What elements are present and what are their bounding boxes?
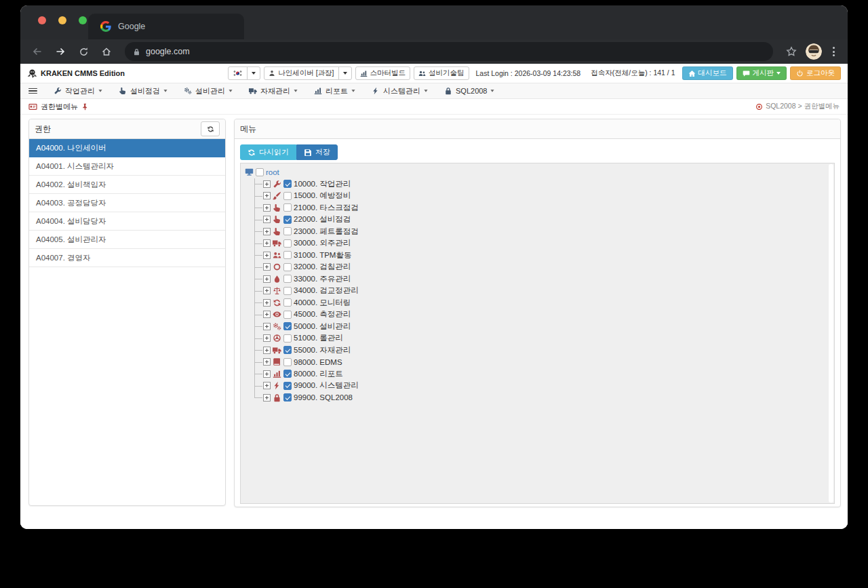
node-label[interactable]: 32000. 검침관리 bbox=[294, 262, 351, 272]
tree-node[interactable]: 99000. 시스템관리 bbox=[254, 380, 834, 392]
node-checkbox[interactable] bbox=[283, 298, 292, 307]
save-button[interactable]: 저장 bbox=[296, 144, 338, 160]
tree-node[interactable]: 51000. 롤관리 bbox=[254, 332, 834, 345]
node-checkbox[interactable] bbox=[283, 393, 292, 401]
node-checkbox[interactable] bbox=[283, 311, 292, 319]
expand-icon[interactable] bbox=[263, 358, 271, 366]
tree-node[interactable]: 31000. TPM활동 bbox=[254, 250, 834, 262]
expand-icon[interactable] bbox=[263, 252, 271, 259]
tree-scrollbar[interactable] bbox=[829, 164, 833, 503]
tree-node[interactable]: 34000. 검교정관리 bbox=[254, 285, 834, 297]
node-checkbox[interactable] bbox=[283, 239, 292, 248]
role-item[interactable]: A04001. 시스템관리자 bbox=[29, 157, 225, 176]
expand-icon[interactable] bbox=[263, 287, 271, 294]
browser-menu-button[interactable] bbox=[827, 47, 840, 56]
node-label[interactable]: 45000. 측정관리 bbox=[294, 309, 351, 319]
quick-button[interactable]: 스마터빌드 bbox=[355, 66, 411, 80]
role-item[interactable]: A04007. 경영자 bbox=[29, 249, 225, 267]
node-checkbox[interactable] bbox=[283, 322, 292, 330]
nav-item[interactable]: 리포트 bbox=[314, 86, 355, 96]
node-label[interactable]: 30000. 외주관리 bbox=[294, 238, 351, 248]
node-checkbox[interactable] bbox=[283, 370, 292, 378]
language-flag-button[interactable] bbox=[228, 66, 248, 80]
reload-tree-button[interactable]: 다시읽기 bbox=[240, 144, 296, 160]
nav-item[interactable]: 작업관리 bbox=[54, 86, 102, 96]
node-checkbox[interactable] bbox=[283, 180, 292, 188]
expand-icon[interactable] bbox=[263, 239, 271, 247]
tree-node[interactable]: 32000. 검침관리 bbox=[254, 261, 834, 273]
node-label[interactable]: 80000. 리포트 bbox=[294, 369, 343, 379]
nav-item[interactable]: 설비관리 bbox=[184, 86, 233, 96]
tree-node[interactable]: 99900. SQL2008 bbox=[254, 392, 834, 404]
expand-icon[interactable] bbox=[263, 394, 271, 401]
bookmark-button[interactable] bbox=[783, 43, 800, 60]
user-button[interactable]: 나인세이버 [과장] bbox=[264, 66, 338, 80]
action-button[interactable]: 대시보드 bbox=[682, 66, 733, 80]
nav-item[interactable]: 설비점검 bbox=[119, 86, 167, 96]
node-checkbox[interactable] bbox=[283, 275, 292, 283]
minimize-window-button[interactable] bbox=[58, 16, 66, 24]
expand-icon[interactable] bbox=[263, 299, 271, 307]
pin-icon[interactable] bbox=[81, 103, 89, 111]
node-checkbox[interactable] bbox=[283, 382, 292, 390]
tree-node[interactable]: 23000. 페트롤점검 bbox=[254, 226, 834, 238]
tree-node[interactable]: 80000. 리포트 bbox=[254, 368, 834, 380]
expand-icon[interactable] bbox=[263, 334, 271, 342]
node-checkbox[interactable] bbox=[283, 346, 292, 354]
expand-icon[interactable] bbox=[263, 323, 271, 330]
quick-button[interactable]: 설비기술팀 bbox=[414, 66, 469, 80]
tree-node[interactable]: 30000. 외주관리 bbox=[254, 237, 834, 250]
node-checkbox[interactable] bbox=[283, 358, 292, 366]
browser-tab[interactable]: Google bbox=[88, 14, 244, 39]
tree-node[interactable]: 10000. 작업관리 bbox=[254, 178, 834, 191]
address-bar[interactable]: google.com bbox=[125, 42, 773, 61]
tree-node[interactable]: 55000. 자재관리 bbox=[254, 345, 834, 357]
user-caret-button[interactable] bbox=[338, 66, 352, 80]
node-label[interactable]: 40000. 모니터링 bbox=[294, 298, 351, 308]
node-label[interactable]: 55000. 자재관리 bbox=[294, 345, 351, 355]
tree-root-node[interactable]: root bbox=[245, 166, 834, 178]
node-checkbox[interactable] bbox=[283, 192, 292, 200]
action-button[interactable]: 게시판 bbox=[736, 66, 787, 80]
role-item[interactable]: A04000. 나인세이버 bbox=[29, 139, 225, 157]
hamburger-icon[interactable] bbox=[28, 88, 37, 94]
node-label[interactable]: 99000. 시스템관리 bbox=[294, 380, 359, 391]
maximize-window-button[interactable] bbox=[79, 16, 87, 24]
reload-button[interactable] bbox=[75, 43, 92, 60]
role-item[interactable]: A04004. 설비담당자 bbox=[29, 212, 225, 231]
expand-icon[interactable] bbox=[263, 275, 271, 283]
node-checkbox[interactable] bbox=[283, 263, 292, 271]
back-button[interactable] bbox=[28, 43, 46, 60]
role-item[interactable]: A04002. 설비책임자 bbox=[29, 176, 225, 194]
node-checkbox[interactable] bbox=[283, 251, 292, 259]
roles-refresh-button[interactable] bbox=[201, 121, 220, 136]
close-window-button[interactable] bbox=[38, 16, 46, 24]
node-label[interactable]: 51000. 롤관리 bbox=[294, 333, 343, 343]
root-checkbox[interactable] bbox=[256, 168, 264, 176]
tree-node[interactable]: 40000. 모니터링 bbox=[254, 297, 834, 309]
node-label[interactable]: 10000. 작업관리 bbox=[294, 179, 351, 189]
node-label[interactable]: 33000. 주유관리 bbox=[294, 274, 351, 284]
expand-icon[interactable] bbox=[263, 192, 271, 199]
expand-icon[interactable] bbox=[263, 347, 271, 354]
node-checkbox[interactable] bbox=[283, 334, 292, 342]
node-label[interactable]: 21000. 타스크점검 bbox=[294, 203, 359, 213]
node-label[interactable]: 98000. EDMS bbox=[294, 358, 342, 366]
tree-root-label[interactable]: root bbox=[266, 168, 279, 176]
expand-icon[interactable] bbox=[263, 382, 271, 389]
forward-button[interactable] bbox=[52, 43, 69, 60]
tree-node[interactable]: 50000. 설비관리 bbox=[254, 321, 834, 333]
node-label[interactable]: 15000. 예방정비 bbox=[294, 191, 351, 201]
node-label[interactable]: 23000. 페트롤점검 bbox=[294, 227, 359, 237]
node-label[interactable]: 99900. SQL2008 bbox=[294, 393, 353, 401]
tree-node[interactable]: 21000. 타스크점검 bbox=[254, 202, 834, 214]
nav-item[interactable]: 자재관리 bbox=[249, 86, 298, 96]
tree-node[interactable]: 15000. 예방정비 bbox=[254, 190, 834, 202]
node-label[interactable]: 31000. TPM활동 bbox=[294, 250, 351, 260]
node-label[interactable]: 50000. 설비관리 bbox=[294, 321, 351, 332]
node-label[interactable]: 22000. 설비점검 bbox=[294, 214, 351, 224]
nav-item[interactable]: SQL2008 bbox=[444, 87, 494, 95]
language-caret-button[interactable] bbox=[247, 66, 260, 80]
expand-icon[interactable] bbox=[263, 311, 271, 318]
expand-icon[interactable] bbox=[263, 263, 271, 271]
